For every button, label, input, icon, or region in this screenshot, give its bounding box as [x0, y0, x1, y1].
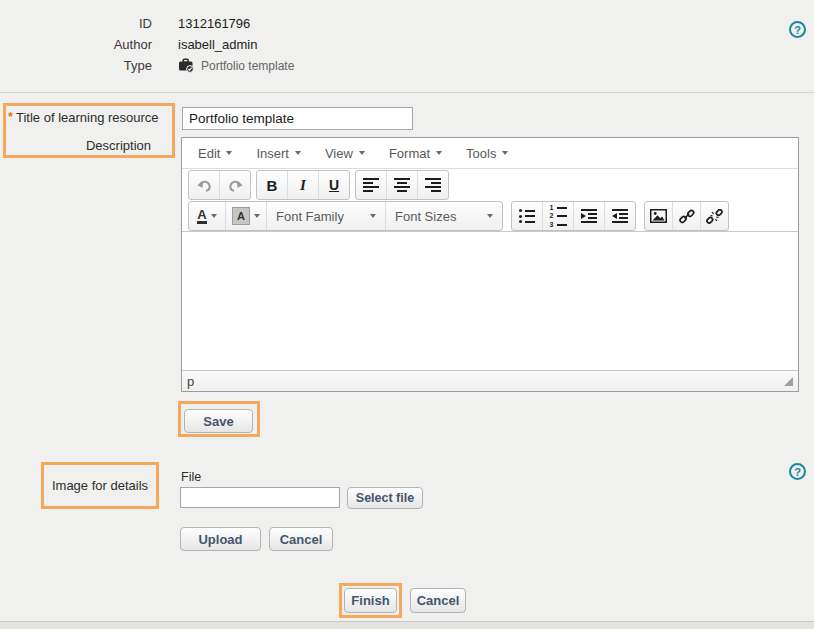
editor-statusbar: p [182, 370, 798, 391]
align-center-icon[interactable] [386, 171, 417, 199]
chevron-down-icon [436, 151, 442, 155]
editor-menubar: Edit Insert View Format Tools [182, 138, 798, 169]
chevron-down-icon [359, 151, 365, 155]
upload-cancel-button[interactable]: Cancel [269, 527, 333, 551]
numbered-list-icon[interactable]: 1 2 3 [542, 202, 573, 230]
header-divider [0, 92, 814, 93]
editor-element-path[interactable]: p [187, 374, 194, 389]
help-icon-top[interactable]: ? [789, 21, 806, 38]
annotation-box-save: Save [178, 401, 260, 437]
align-right-icon[interactable] [417, 171, 448, 199]
bg-color-glyph: A [232, 207, 250, 225]
annotation-box-image-for-details: Image for details [41, 462, 159, 509]
description-editor: Edit Insert View Format Tools [181, 137, 799, 392]
menu-insert-label: Insert [256, 146, 289, 161]
chevron-down-icon [254, 214, 260, 218]
link-icon[interactable] [672, 202, 700, 230]
type-label: Type [0, 58, 152, 73]
description-field-label: Description [86, 138, 151, 153]
underline-icon[interactable]: U [318, 171, 349, 199]
font-family-select[interactable]: Font Family [266, 202, 385, 230]
font-sizes-label: Font Sizes [395, 209, 456, 224]
align-left-icon[interactable] [356, 171, 386, 199]
menu-edit-label: Edit [198, 146, 220, 161]
menu-tools[interactable]: Tools [454, 140, 520, 167]
author-value: isabell_admin [178, 37, 258, 52]
font-group: A A Font Family Font Sizes [188, 201, 503, 231]
chevron-down-icon [295, 151, 301, 155]
editor-toolbar-row1: B I U [182, 169, 798, 201]
image-for-details-label: Image for details [52, 478, 148, 493]
menu-view-label: View [325, 146, 353, 161]
page: ID 1312161796 Author isabell_admin Type … [0, 0, 814, 629]
menu-format[interactable]: Format [377, 140, 454, 167]
upload-button[interactable]: Upload [180, 527, 261, 551]
id-value: 1312161796 [178, 16, 250, 31]
help-glyph: ? [794, 466, 801, 478]
bullet-list-icon[interactable] [512, 202, 542, 230]
editor-content-area[interactable] [182, 232, 798, 370]
annotation-box-finish: Finish [339, 583, 402, 618]
resize-grip-icon[interactable] [784, 377, 793, 386]
undo-redo-group [188, 170, 251, 200]
menu-tools-label: Tools [466, 146, 496, 161]
chevron-down-icon [211, 214, 217, 218]
bold-icon[interactable]: B [257, 171, 287, 199]
finish-cancel-button[interactable]: Cancel [410, 588, 466, 613]
file-input[interactable] [180, 487, 340, 508]
text-color-glyph: A [197, 209, 206, 224]
author-label: Author [0, 37, 152, 52]
italic-icon[interactable]: I [287, 171, 318, 199]
font-sizes-select[interactable]: Font Sizes [385, 202, 502, 230]
font-family-label: Font Family [276, 209, 344, 224]
image-icon[interactable] [645, 202, 672, 230]
undo-icon[interactable] [189, 171, 219, 199]
annotation-box-labels: * Title of learning resource Description [3, 103, 175, 158]
id-label: ID [0, 16, 152, 31]
media-link-group [644, 201, 729, 231]
file-label: File [181, 470, 201, 484]
background-color-icon[interactable]: A [225, 202, 266, 230]
font-style-group: B I U [256, 170, 350, 200]
chevron-down-icon [502, 151, 508, 155]
menu-view[interactable]: View [313, 140, 377, 167]
title-input[interactable] [182, 107, 413, 130]
redo-icon[interactable] [219, 171, 250, 199]
portfolio-template-icon [178, 58, 195, 73]
text-color-icon[interactable]: A [189, 202, 225, 230]
title-field-label: Title of learning resource [16, 110, 159, 125]
menu-format-label: Format [389, 146, 430, 161]
chevron-down-icon [370, 214, 376, 218]
menu-edit[interactable]: Edit [186, 140, 244, 167]
editor-toolbar-row2: A A Font Family Font Sizes [182, 201, 798, 232]
alignment-group [355, 170, 449, 200]
finish-button[interactable]: Finish [344, 588, 397, 613]
type-value: Portfolio template [178, 58, 294, 73]
list-indent-group: 1 2 3 [511, 201, 636, 231]
select-file-button[interactable]: Select file [347, 487, 423, 509]
unlink-icon[interactable] [700, 202, 728, 230]
help-glyph: ? [794, 24, 801, 36]
indent-icon[interactable] [573, 202, 604, 230]
type-value-text: Portfolio template [201, 59, 294, 73]
menu-insert[interactable]: Insert [244, 140, 313, 167]
help-icon-image-section[interactable]: ? [789, 463, 806, 480]
outdent-icon[interactable] [604, 202, 635, 230]
chevron-down-icon [487, 214, 493, 218]
chevron-down-icon [226, 151, 232, 155]
footer-strip [0, 621, 814, 629]
required-marker: * [8, 109, 13, 124]
save-button[interactable]: Save [184, 409, 253, 433]
